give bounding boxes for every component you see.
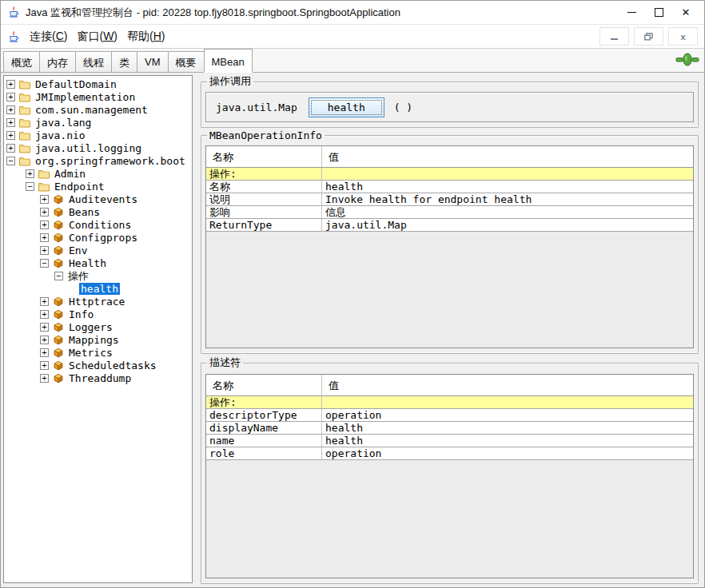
mbean-icon [52, 335, 65, 345]
operation-args: ( ) [394, 101, 412, 113]
window-controls: ✕ [618, 2, 699, 23]
expand-icon[interactable]: + [26, 169, 34, 178]
tree-node-操作[interactable]: −操作 [4, 269, 192, 282]
operation-info-row-说明[interactable]: 说明Invoke health for endpoint health [206, 193, 693, 206]
tree-node-java.nio[interactable]: + java.nio [4, 129, 192, 141]
tree-node-threaddump[interactable]: + Threaddump [4, 371, 192, 384]
cell-value: operation [322, 409, 693, 421]
tree-node-label: JMImplementation [34, 91, 137, 103]
expand-icon[interactable]: + [6, 144, 15, 153]
close-button[interactable]: ✕ [672, 2, 699, 23]
tree-node-info[interactable]: + Info [4, 308, 192, 320]
operation-info-row-影响[interactable]: 影响信息 [206, 206, 693, 219]
tree-node-configprops[interactable]: + Configprops [4, 231, 192, 244]
collapse-icon[interactable]: − [6, 157, 15, 165]
tree-node-java.util.logging[interactable]: + java.util.logging [4, 141, 192, 154]
tree-node-admin[interactable]: + Admin [4, 167, 192, 180]
descriptor-row-displayname[interactable]: displayNamehealth [206, 422, 693, 435]
internal-minimize-button[interactable] [599, 27, 629, 46]
operation-info-row-操作[interactable]: 操作: [206, 168, 693, 181]
descriptor-row-descriptortype[interactable]: descriptorTypeoperation [206, 409, 693, 422]
folder-icon [18, 79, 31, 89]
expand-icon[interactable]: + [40, 220, 49, 229]
collapse-icon[interactable]: − [26, 182, 34, 191]
tab-概要[interactable]: 概要 [168, 51, 205, 72]
minimize-button[interactable] [618, 2, 645, 23]
expand-icon[interactable]: + [40, 208, 49, 217]
tree-node-label: Auditevents [67, 193, 139, 205]
window-title: Java 监视和管理控制台 - pid: 20228 top.fjy8018.s… [26, 6, 400, 20]
tree-node-com.sun.management[interactable]: + com.sun.management [4, 103, 192, 116]
expand-icon[interactable]: + [40, 310, 49, 319]
cell-value: health [322, 181, 693, 193]
tree-node-label: Endpoint [53, 181, 106, 193]
tab-线程[interactable]: 线程 [75, 51, 112, 72]
tree-node-label: Conditions [67, 219, 133, 231]
invoke-health-button-label: health [311, 100, 382, 115]
tree-node-scheduledtasks[interactable]: + Scheduledtasks [4, 359, 192, 371]
internal-close-button[interactable]: x [668, 27, 698, 46]
cell-value: java.util.Map [322, 219, 693, 231]
tree-node-jmimplementation[interactable]: + JMImplementation [4, 90, 192, 103]
descriptor-scrollpane: 名称 值 操作:descriptorTypeoperationdisplayNa… [205, 374, 694, 578]
tab-概览[interactable]: 概览 [3, 51, 40, 72]
tree-node-conditions[interactable]: + Conditions [4, 218, 192, 231]
tab-vm[interactable]: VM [137, 51, 169, 72]
operation-info-row-returntype[interactable]: ReturnTypejava.util.Map [206, 219, 693, 232]
tree-node-mappings[interactable]: + Mappings [4, 333, 192, 346]
expand-icon[interactable]: + [6, 131, 15, 140]
expand-icon[interactable]: + [40, 323, 49, 332]
tree-node-label: Metrics [67, 347, 114, 359]
expand-icon[interactable]: + [6, 105, 15, 114]
expand-icon[interactable]: + [40, 233, 49, 242]
title-bar: Java 监视和管理控制台 - pid: 20228 top.fjy8018.s… [1, 1, 704, 25]
tree-node-label: Info [67, 308, 95, 320]
tree-node-beans[interactable]: + Beans [4, 205, 192, 218]
folder-icon [38, 169, 50, 179]
tree-node-loggers[interactable]: + Loggers [4, 320, 192, 333]
expand-icon[interactable]: + [40, 195, 49, 204]
tree-node-health[interactable]: − Health [4, 256, 192, 269]
tree-node-metrics[interactable]: + Metrics [4, 346, 192, 359]
collapse-icon[interactable]: − [40, 259, 49, 268]
tree-node-auditevents[interactable]: + Auditevents [4, 193, 192, 205]
descriptor-row-操作[interactable]: 操作: [206, 396, 693, 409]
tree-node-label: Env [67, 244, 89, 256]
expand-icon[interactable]: + [40, 246, 49, 255]
menu-help[interactable]: 帮助(H) [122, 27, 169, 46]
tab-类[interactable]: 类 [111, 51, 137, 72]
tree-node-endpoint[interactable]: − Endpoint [4, 180, 192, 193]
tree-node-defaultdomain[interactable]: + DefaultDomain [4, 77, 192, 90]
tree-node-org.springframework.boot[interactable]: − org.springframework.boot [4, 154, 192, 167]
descriptor-empty-area [206, 460, 693, 578]
descriptor-row-name[interactable]: namehealth [206, 435, 693, 447]
operation-return-type: java.util.Map [216, 101, 297, 113]
menu-connection[interactable]: 连接(C) [25, 27, 72, 46]
tree-node-health[interactable]: health [4, 282, 192, 295]
expand-icon[interactable]: + [40, 297, 49, 306]
tree-node-java.lang[interactable]: + java.lang [4, 116, 192, 129]
invoke-health-button[interactable]: health [309, 97, 384, 117]
expand-icon[interactable]: + [6, 93, 15, 101]
collapse-icon[interactable]: − [54, 272, 63, 280]
tab-mbean[interactable]: MBean [204, 49, 253, 73]
expand-icon[interactable]: + [40, 336, 49, 344]
minimize-icon [627, 12, 636, 13]
operation-info-table-header: 名称 值 [206, 146, 693, 168]
expand-icon[interactable]: + [40, 361, 49, 370]
tree-node-env[interactable]: + Env [4, 244, 192, 256]
menu-window[interactable]: 窗口(W) [72, 27, 122, 46]
maximize-button[interactable] [645, 2, 672, 23]
expand-icon[interactable]: + [40, 348, 49, 357]
internal-restore-button[interactable] [634, 27, 663, 46]
descriptor-row-role[interactable]: roleoperation [206, 447, 693, 460]
expand-icon[interactable]: + [40, 374, 49, 383]
folder-icon [38, 181, 50, 192]
tree-node-httptrace[interactable]: + Httptrace [4, 295, 192, 308]
tab-内存[interactable]: 内存 [39, 51, 76, 72]
expand-icon[interactable]: + [6, 118, 15, 127]
operation-info-row-名称[interactable]: 名称health [206, 181, 693, 193]
tree-node-label: org.springframework.boot [34, 155, 187, 167]
mbean-icon [52, 348, 65, 358]
expand-icon[interactable]: + [6, 80, 15, 89]
